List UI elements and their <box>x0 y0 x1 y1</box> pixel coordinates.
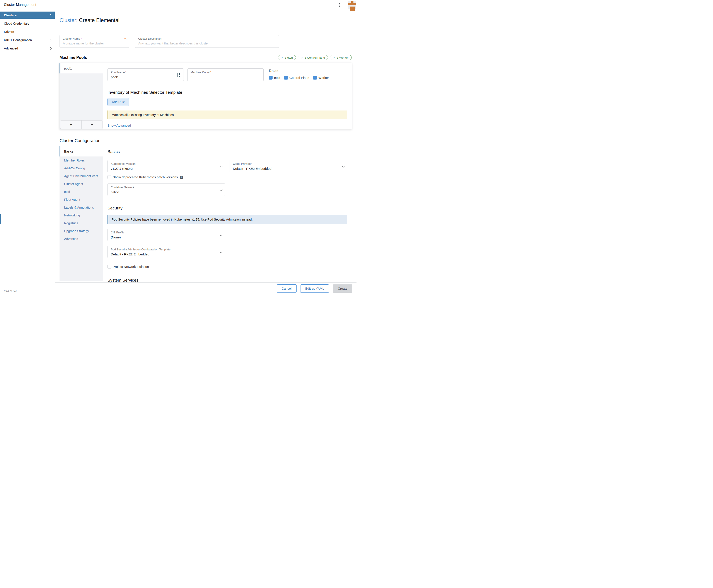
role-count-badges: ✓3 etcd ✓3 Control Plane ✓3 Worker <box>278 55 352 60</box>
config-tab-labels-annotations[interactable]: Labels & Annotations <box>60 204 103 211</box>
config-tab-upgrade-strategy[interactable]: Upgrade Strategy <box>60 227 103 235</box>
config-tab-advanced[interactable]: Advanced <box>60 235 103 243</box>
psa-template-select[interactable]: Pod Security Admission Configuration Tem… <box>107 246 225 258</box>
action-bar: Cancel Edit as YAML Create <box>55 282 356 294</box>
page-title-text: Create Elemental <box>79 17 119 23</box>
machine-count-value: 3 <box>190 75 260 79</box>
info-icon[interactable]: i <box>180 176 183 179</box>
config-tab-cluster-agent[interactable]: Cluster Agent <box>60 180 103 188</box>
clusters-count-badge: 1 <box>50 14 52 17</box>
checkbox-project-network-isolation[interactable]: Project Network Isolation <box>107 265 149 269</box>
check-icon: ✓ <box>301 56 303 59</box>
required-asterisk: * <box>125 70 126 74</box>
tab-label: Upgrade Strategy <box>64 229 89 233</box>
checkbox-label: etcd <box>274 76 280 80</box>
matches-banner: Matches all 3 existing Inventory of Mach… <box>107 110 347 119</box>
cloud-provider-select[interactable]: Cloud Provider Default - RKE2 Embedded <box>230 160 347 172</box>
tab-label: Networking <box>64 214 80 217</box>
checkbox-checked-icon <box>313 76 317 80</box>
sidebar-nav: Clusters 1 Cloud Credentials Drivers RKE… <box>0 10 55 294</box>
cancel-button[interactable]: Cancel <box>277 285 297 293</box>
select-value: (None) <box>111 235 219 239</box>
worker-count-badge: ✓3 Worker <box>330 55 352 60</box>
checkbox-label: Control Plane <box>289 76 309 80</box>
sidebar-item-cloud-credentials[interactable]: Cloud Credentials <box>0 20 55 27</box>
sidebar-item-drivers[interactable]: Drivers <box>0 28 55 35</box>
checkbox-etcd[interactable]: etcd <box>269 76 280 80</box>
chevron-right-icon <box>49 39 52 41</box>
machine-pool-tab[interactable]: pool1 <box>60 63 103 74</box>
tab-label: Basics <box>64 150 74 153</box>
edit-as-yaml-button[interactable]: Edit as YAML <box>300 285 329 293</box>
logo-shape <box>348 3 356 5</box>
chevron-down-icon <box>220 233 223 236</box>
chevron-down-icon <box>220 165 223 168</box>
config-tab-add-on-config[interactable]: Add-On Config <box>60 164 103 172</box>
config-tab-basics[interactable]: Basics <box>60 146 103 156</box>
config-tab-member-roles[interactable]: Member Roles <box>60 156 103 164</box>
cluster-configuration-heading: Cluster Configuration <box>60 138 352 143</box>
kubernetes-version-select[interactable]: Kubernetes Version v1.27.7+rke2r2 <box>107 160 225 172</box>
cluster-configuration-panel: Basics Member Roles Add-On Config Agent … <box>60 146 352 281</box>
config-tab-registries[interactable]: Registries <box>60 219 103 227</box>
checkbox-checked-icon <box>269 76 272 80</box>
sidebar-item-advanced[interactable]: Advanced <box>0 45 55 52</box>
show-advanced-link[interactable]: Show Advanced <box>107 124 131 127</box>
tab-label: Member Roles <box>64 159 85 162</box>
system-services-heading: System Services <box>107 278 347 283</box>
add-rule-button[interactable]: Add Rule <box>107 98 129 106</box>
select-value: Default - RKE2 Embedded <box>233 167 341 170</box>
main-content: Cluster: Create Elemental Cluster Name* … <box>55 10 356 294</box>
required-asterisk: * <box>210 70 211 74</box>
create-button[interactable]: Create <box>333 285 352 293</box>
config-tab-networking[interactable]: Networking <box>60 211 103 219</box>
rancher-logo <box>348 1 356 9</box>
config-tab-list: Basics Member Roles Add-On Config Agent … <box>60 146 103 281</box>
tab-label: Labels & Annotations <box>64 206 94 209</box>
cluster-name-field[interactable]: Cluster Name* A unique name for the clus… <box>60 35 129 48</box>
config-tab-etcd[interactable]: etcd <box>60 188 103 196</box>
container-network-select[interactable]: Container Network calico <box>107 184 225 196</box>
field-label: Machine Count* <box>190 70 260 74</box>
roles-heading: Roles <box>269 69 329 73</box>
cluster-description-field[interactable]: Cluster Description Any text you want th… <box>135 35 279 48</box>
security-heading: Security <box>107 206 347 211</box>
check-icon: ✓ <box>333 56 335 59</box>
pool-name-field[interactable]: Pool Name* pool1 <box>107 68 184 81</box>
sidebar-item-label: Cloud Credentials <box>4 22 29 25</box>
page-title: Cluster: Create Elemental <box>60 17 352 23</box>
tab-label: Registries <box>64 222 78 225</box>
kebab-menu-button[interactable] <box>337 2 342 8</box>
sidebar-item-rke1-configuration[interactable]: RKE1 Configuration <box>0 36 55 44</box>
pool-tab-label: pool1 <box>64 67 72 70</box>
config-tab-fleet-agent[interactable]: Fleet Agent <box>60 196 103 204</box>
tab-label: Fleet Agent <box>64 198 80 202</box>
left-edge-accent <box>0 214 1 224</box>
title-divider <box>60 28 352 28</box>
page-title-prefix: Cluster: <box>60 17 78 23</box>
check-icon: ✓ <box>281 56 283 59</box>
pool-detail-panel: Pool Name* pool1 Machine Count* 3 Roles <box>103 63 352 129</box>
drag-handle-icon[interactable] <box>178 73 181 78</box>
control-plane-count-badge: ✓3 Control Plane <box>298 55 328 60</box>
kebab-icon <box>339 3 340 4</box>
checkbox-control-plane[interactable]: Control Plane <box>284 76 309 80</box>
remove-pool-button[interactable]: − <box>82 121 102 129</box>
machine-count-field[interactable]: Machine Count* 3 <box>187 68 264 81</box>
checkbox-label: Project Network Isolation <box>113 265 149 269</box>
select-label: Kubernetes Version <box>111 162 219 165</box>
sidebar-item-label: Clusters <box>4 14 17 17</box>
chevron-down-icon <box>220 188 223 191</box>
checkbox-show-deprecated-versions[interactable]: Show deprecated Kubernetes patch version… <box>107 175 178 179</box>
inventory-selector-heading: Inventory of Machines Selector Template <box>107 90 347 95</box>
cis-profile-select[interactable]: CIS Profile (None) <box>107 229 225 241</box>
checkbox-unchecked-icon <box>107 265 111 269</box>
sidebar-item-clusters[interactable]: Clusters 1 <box>0 12 55 19</box>
checkbox-worker[interactable]: Worker <box>313 76 329 80</box>
config-tab-agent-environment-vars[interactable]: Agent Environment Vars <box>60 172 103 180</box>
chevron-right-icon <box>49 47 52 49</box>
add-pool-button[interactable]: + <box>60 121 82 129</box>
tab-label: etcd <box>64 190 70 193</box>
sidebar-item-label: Drivers <box>4 30 14 34</box>
tab-label: Add-On Config <box>64 167 85 170</box>
